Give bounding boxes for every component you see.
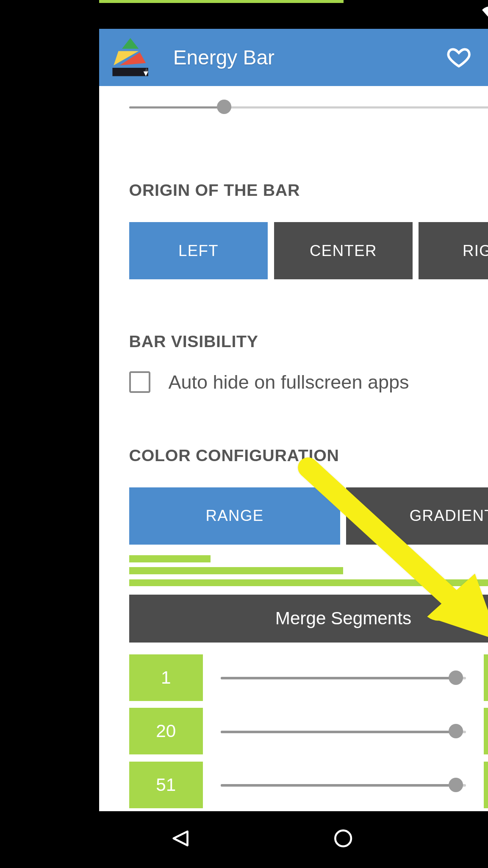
- svg-point-9: [336, 830, 352, 846]
- auto-hide-row[interactable]: Auto hide on fullscreen apps: [129, 371, 488, 393]
- settings-body: 6 ORIGIN OF THE BAR LEFT CENTER RIGHT BA…: [99, 86, 488, 811]
- auto-hide-label: Auto hide on fullscreen apps: [168, 371, 409, 393]
- app-logo-icon: [109, 36, 152, 78]
- segment-slider-1[interactable]: [221, 669, 466, 687]
- segment-from-3[interactable]: 51: [129, 762, 203, 808]
- color-preview-bars: [129, 555, 488, 586]
- segment-row-3: 51 100: [129, 762, 488, 808]
- svg-marker-0: [122, 38, 139, 49]
- segment-to-1[interactable]: 19: [484, 654, 488, 701]
- thickness-slider-thumb[interactable]: [217, 100, 231, 114]
- preview-bar-1: [129, 555, 211, 562]
- energy-bar-indicator: [99, 0, 344, 3]
- wifi-icon: [482, 4, 488, 25]
- origin-heading: ORIGIN OF THE BAR: [129, 181, 488, 200]
- segment-row-2: 20 50: [129, 708, 488, 754]
- android-nav-bar: [99, 811, 488, 868]
- svg-rect-3: [112, 68, 148, 76]
- segment-row-1: 1 19: [129, 654, 488, 701]
- segment-slider-3[interactable]: [221, 776, 466, 794]
- range-button[interactable]: RANGE: [129, 487, 341, 545]
- segment-list: 1 19 20 50: [129, 654, 488, 808]
- auto-hide-checkbox[interactable]: [129, 371, 151, 393]
- segment-from-2[interactable]: 20: [129, 708, 203, 754]
- heart-icon[interactable]: [446, 44, 472, 70]
- preview-bar-2: [129, 567, 344, 574]
- segment-to-2[interactable]: 50: [484, 708, 488, 754]
- preview-bar-3: [129, 579, 488, 587]
- color-heading: COLOR CONFIGURATION: [129, 446, 488, 465]
- thickness-slider-fill: [129, 106, 225, 109]
- thickness-slider[interactable]: [129, 98, 488, 116]
- color-mode-buttons: RANGE GRADIENT: [129, 487, 488, 545]
- origin-center-button[interactable]: CENTER: [274, 222, 413, 279]
- origin-buttons: LEFT CENTER RIGHT: [129, 222, 488, 279]
- merge-segments-button[interactable]: Merge Segments: [129, 595, 488, 643]
- app-header: Energy Bar: [99, 29, 488, 86]
- android-status-bar: 51 6:35: [99, 0, 488, 29]
- visibility-heading: BAR VISIBILITY: [129, 332, 488, 351]
- back-button[interactable]: [169, 826, 192, 853]
- segment-to-3[interactable]: 100: [484, 762, 488, 808]
- app-title: Energy Bar: [173, 46, 429, 69]
- gradient-button[interactable]: GRADIENT: [346, 487, 488, 545]
- origin-right-button[interactable]: RIGHT: [419, 222, 488, 279]
- origin-left-button[interactable]: LEFT: [129, 222, 268, 279]
- home-button[interactable]: [331, 826, 355, 853]
- segment-from-1[interactable]: 1: [129, 654, 203, 701]
- segment-slider-2[interactable]: [221, 722, 466, 740]
- thickness-row: 6: [129, 86, 488, 127]
